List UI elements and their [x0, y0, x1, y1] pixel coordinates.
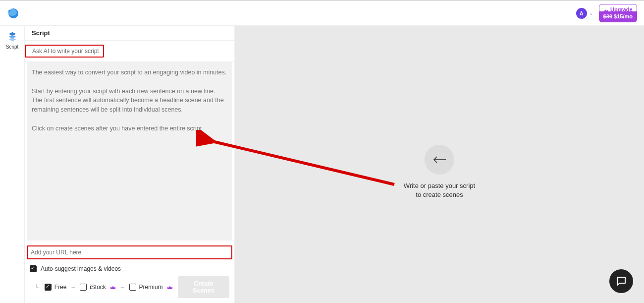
empty-arrow-circle: [425, 145, 454, 175]
empty-state: Write or paste your script to create sce…: [404, 145, 475, 199]
chat-icon: [615, 275, 627, 287]
top-bar: A ⌄ Upgrade $30$15/mo: [0, 0, 644, 26]
empty-line2: to create scenes: [416, 191, 463, 198]
empty-text: Write or paste your script to create sce…: [404, 182, 475, 199]
auto-suggest-label: Auto-suggest images & videos: [41, 265, 121, 272]
create-scenes-button[interactable]: Create Scenes: [178, 276, 229, 298]
topbar-right: A ⌄ Upgrade $30$15/mo: [576, 4, 637, 22]
tree-elbow-icon: └: [35, 284, 39, 290]
source-istock-checkbox[interactable]: [80, 284, 87, 291]
arrow-left-icon: [432, 155, 447, 164]
source-label: Premium: [139, 284, 163, 291]
source-free[interactable]: Free: [45, 284, 67, 291]
script-panel: Script Ask AI to write your script Auto-…: [25, 26, 235, 303]
url-row: [25, 245, 234, 262]
ask-ai-row: Ask AI to write your script: [25, 41, 234, 62]
chevron-down-icon: ⌄: [589, 10, 593, 16]
source-label: iStock: [90, 284, 106, 291]
auto-suggest-checkbox[interactable]: [30, 265, 37, 272]
crown-icon: [603, 8, 608, 12]
separator: –: [71, 284, 75, 291]
topbar-left: [7, 7, 19, 19]
sidebar-item-label: Script: [6, 44, 19, 50]
mini-sidebar: Script: [0, 26, 25, 303]
logo-icon[interactable]: [7, 7, 19, 19]
source-premium[interactable]: Premium: [129, 284, 173, 291]
sidebar-item-script[interactable]: Script: [6, 31, 19, 50]
source-label: Free: [54, 284, 67, 291]
price-original: $30: [603, 13, 612, 19]
main-area: Script Script Ask AI to write your scrip…: [0, 26, 644, 303]
options-row: Auto-suggest images & videos └ Free – iS…: [25, 262, 234, 303]
account-menu[interactable]: A ⌄: [576, 8, 593, 19]
svg-point-2: [8, 10, 10, 12]
source-premium-checkbox[interactable]: [129, 284, 136, 291]
ask-ai-button[interactable]: Ask AI to write your script: [28, 46, 103, 57]
canvas-area: Write or paste your script to create sce…: [235, 26, 644, 303]
source-free-checkbox[interactable]: [45, 284, 52, 291]
url-input[interactable]: [28, 246, 231, 258]
crown-icon: [110, 285, 116, 290]
chat-fab[interactable]: [609, 269, 633, 293]
auto-suggest-toggle[interactable]: Auto-suggest images & videos: [30, 265, 229, 272]
script-textarea[interactable]: [27, 62, 232, 241]
avatar: A: [576, 8, 587, 19]
empty-line1: Write or paste your script: [404, 182, 475, 189]
price-current: $15/mo: [614, 13, 633, 19]
upgrade-button[interactable]: Upgrade $30$15/mo: [599, 4, 637, 22]
crown-icon: [167, 285, 173, 290]
source-istock[interactable]: iStock: [80, 284, 116, 291]
separator: –: [121, 284, 124, 291]
script-icon: [7, 31, 18, 42]
upgrade-label: Upgrade: [610, 6, 633, 13]
panel-title: Script: [25, 26, 234, 41]
